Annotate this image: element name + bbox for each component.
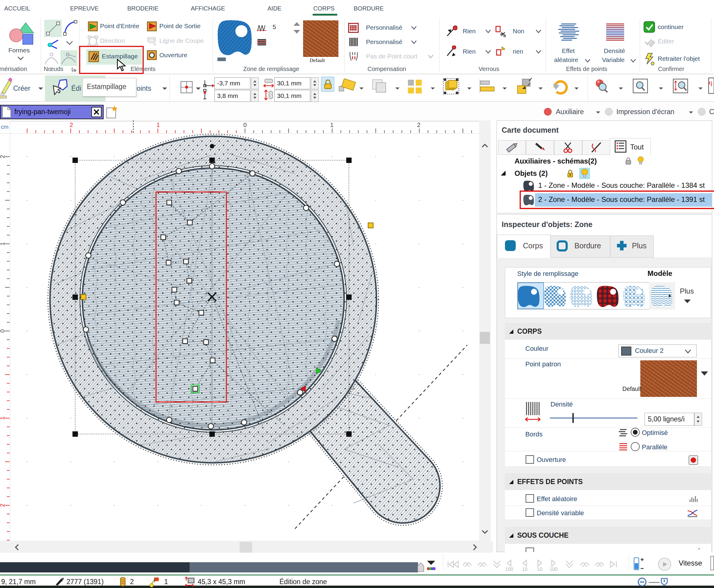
svg-text:2: 2 (69, 122, 73, 128)
svg-text:0: 0 (0, 329, 6, 333)
svg-text:2: 2 (417, 122, 420, 128)
svg-text:10: 10 (522, 567, 527, 571)
svg-text:0: 0 (243, 122, 247, 128)
svg-text:1: 1 (0, 416, 6, 420)
svg-text:100: 100 (505, 567, 513, 571)
svg-text:1: 1 (330, 122, 333, 128)
svg-text:2: 2 (0, 504, 6, 507)
svg-text:2: 2 (0, 155, 6, 158)
svg-text:1: 1 (0, 242, 6, 245)
svg-text:1: 1 (156, 122, 160, 128)
svg-text:100: 100 (550, 567, 558, 571)
svg-text:10: 10 (537, 567, 542, 571)
